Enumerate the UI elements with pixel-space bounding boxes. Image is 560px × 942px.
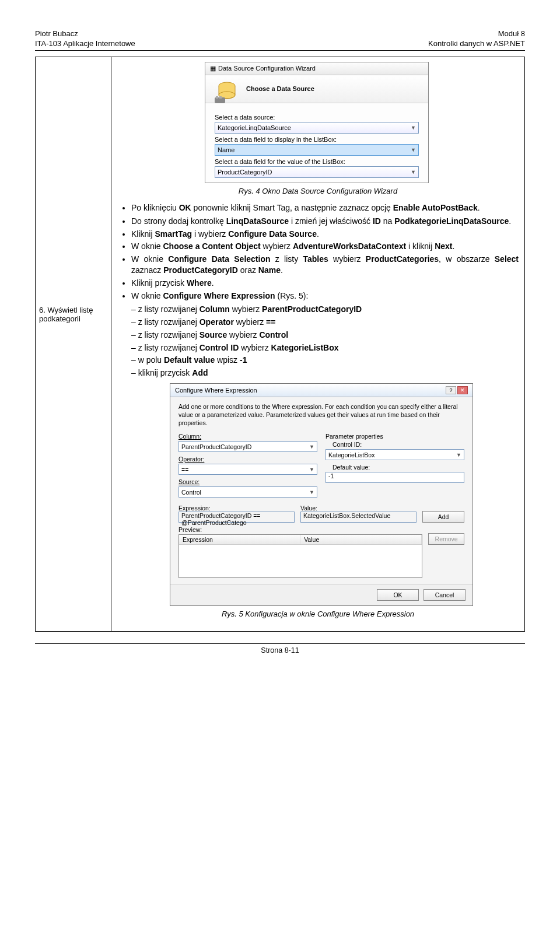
preview-table: Expression Value <box>178 534 422 578</box>
wizard1-label-value: Select a data field for the value of the… <box>215 158 419 165</box>
chevron-down-icon: ▼ <box>411 147 416 153</box>
input-default-value[interactable]: -1 <box>326 472 464 483</box>
combo-source[interactable]: Control▼ <box>178 486 317 498</box>
chevron-down-icon: ▼ <box>456 452 461 458</box>
wizard1-label-datasource: Select a data source: <box>215 114 419 121</box>
dash-default-value: w polu Default value wpisz -1 <box>131 355 519 366</box>
dash-control-id: z listy rozwijanej Control ID wybierz Ka… <box>131 342 519 353</box>
database-icon <box>212 80 242 106</box>
dash-column: z listy rozwijanej Column wybierz Parent… <box>131 304 519 315</box>
dash-operator: z listy rozwijanej Operator wybierz == <box>131 317 519 328</box>
readonly-value: KategorieListBox.SelectedValue <box>300 512 416 523</box>
instruction-table: 6. Wyświetl listę podkategorii ▦ Data So… <box>35 57 525 632</box>
svg-rect-3 <box>216 96 218 99</box>
combo-operator[interactable]: ==▼ <box>178 464 317 475</box>
svg-rect-4 <box>219 96 222 99</box>
chevron-down-icon: ▼ <box>411 125 416 131</box>
bullet-linqdatasource: Do strony dodaj kontrolkę LinqDataSource… <box>131 216 519 227</box>
label-column: Column: <box>178 433 317 440</box>
th-value: Value <box>300 535 422 544</box>
page-header: Piotr Bubacz ITA-103 Aplikacje Interneto… <box>35 29 525 49</box>
figure-5-caption: Rys. 5 Konfiguracja w oknie Configure Wh… <box>117 610 519 618</box>
label-value: Value: <box>300 505 317 512</box>
bullet-autopostback: Po kliknięciu OK ponownie kliknij Smart … <box>131 202 519 213</box>
label-source: Source: <box>178 478 317 485</box>
step-column: 6. Wyświetl listę podkategorii <box>36 57 111 631</box>
label-param-properties: Parameter properties <box>326 433 464 440</box>
header-course: ITA-103 Aplikacje Internetowe <box>35 39 135 49</box>
add-button[interactable]: Add <box>422 511 464 523</box>
wizard1-header: Choose a Data Source <box>205 75 428 103</box>
wizard-data-source: ▦ Data Source Configuration Wizard Choos… <box>205 62 429 183</box>
th-expression: Expression <box>179 535 300 544</box>
wizard-where-expression: Configure Where Expression ? ✕ Add one o… <box>170 383 473 606</box>
content-column: ▦ Data Source Configuration Wizard Choos… <box>111 57 524 631</box>
dash-add: kliknij przycisk Add <box>131 367 519 379</box>
wizard-icon: ▦ <box>210 65 216 72</box>
dash-source: z listy rozwijanej Source wybierz Contro… <box>131 330 519 341</box>
wizard1-label-display: Select a data field to display in the Li… <box>215 136 419 143</box>
combo-control-id[interactable]: KategorieListBox▼ <box>326 449 464 460</box>
wizard1-title: Data Source Configuration Wizard <box>218 65 316 72</box>
chevron-down-icon: ▼ <box>309 489 314 495</box>
bullet-where: Kliknij przycisk Where. <box>131 278 519 289</box>
step-number: 6. <box>39 306 46 314</box>
figure-4-caption: Rys. 4 Okno Data Source Configuration Wi… <box>117 187 519 195</box>
page-number: Strona 8-11 <box>261 646 299 654</box>
wizard1-combo-value[interactable]: ProductCategoryID▼ <box>215 166 419 178</box>
wizard2-titlebar: Configure Where Expression ? ✕ <box>170 384 473 397</box>
wizard1-titlebar: ▦ Data Source Configuration Wizard <box>205 62 428 75</box>
combo-column[interactable]: ParentProductCategoryID▼ <box>178 441 317 452</box>
bullet-configure-selection: W oknie Configure Data Selection z listy… <box>131 254 519 276</box>
readonly-expression: ParentProductCategoryID == @ParentProduc… <box>178 512 295 523</box>
header-module: Moduł 8 <box>428 29 525 39</box>
label-default-value: Default value: <box>326 464 464 471</box>
cancel-button[interactable]: Cancel <box>424 589 466 601</box>
wizard1-combo-datasource[interactable]: KategorieLinqDataSource▼ <box>215 122 419 134</box>
page-footer: Strona 8-11 <box>35 643 525 654</box>
chevron-down-icon: ▼ <box>309 467 314 472</box>
label-expression: Expression: <box>178 505 211 512</box>
help-icon[interactable]: ? <box>446 386 456 394</box>
step-title: Wyświetl listę podkategorii <box>39 306 93 323</box>
bullet-where-expression: W oknie Configure Where Expression (Rys.… <box>131 290 519 302</box>
header-author: Piotr Bubacz <box>35 29 135 39</box>
ok-button[interactable]: OK <box>377 589 419 601</box>
wizard2-description: Add one or more conditions to the Where … <box>178 403 464 427</box>
label-preview: Preview: <box>178 526 202 533</box>
wizard1-combo-display[interactable]: Name▼ <box>215 144 419 156</box>
label-control-id: Control ID: <box>326 441 464 448</box>
bullet-smarttag: Kliknij SmartTag i wybierz Configure Dat… <box>131 229 519 240</box>
header-divider <box>35 50 525 51</box>
wizard2-title: Configure Where Expression <box>175 387 257 394</box>
bullet-choose-content: W oknie Choose a Content Object wybierz … <box>131 241 519 252</box>
close-icon[interactable]: ✕ <box>457 386 468 394</box>
wizard1-headline: Choose a Data Source <box>246 85 314 92</box>
remove-button[interactable]: Remove <box>428 533 464 545</box>
chevron-down-icon: ▼ <box>411 169 416 175</box>
chevron-down-icon: ▼ <box>309 444 314 450</box>
header-topic: Kontrolki danych w ASP.NET <box>428 39 525 49</box>
label-operator: Operator: <box>178 456 317 463</box>
